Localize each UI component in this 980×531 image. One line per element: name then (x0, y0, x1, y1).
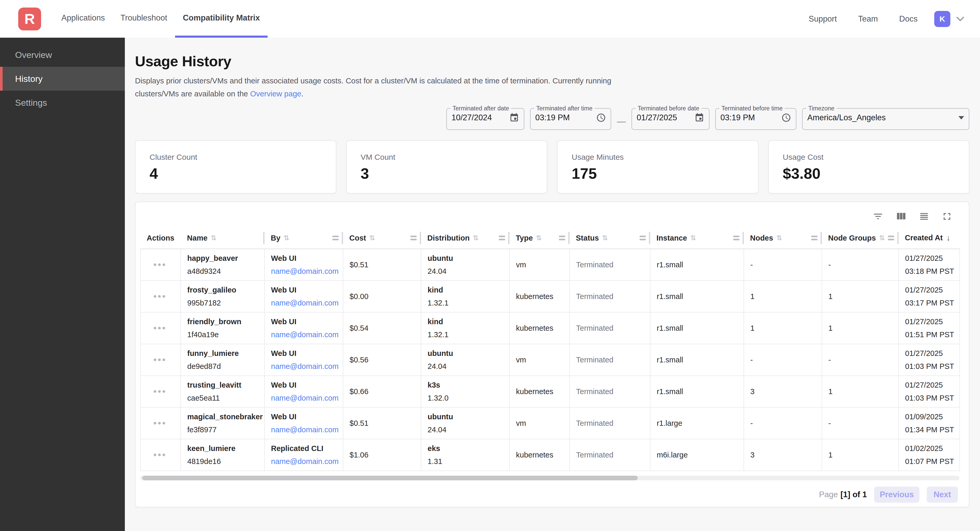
row-cost: $0.66 (350, 387, 418, 396)
row-created-time: 01:07 PM PST (905, 457, 957, 466)
cell-name: frosty_galileo995b7182 (181, 281, 264, 312)
columns-icon[interactable] (895, 211, 907, 222)
sidebar-item-settings[interactable]: Settings (0, 91, 125, 114)
terminated-after-time-label: Terminated after time (534, 108, 595, 109)
column-header-distribution[interactable]: Distribution⇅ (421, 227, 509, 249)
nav-tab-applications[interactable]: Applications (54, 0, 113, 38)
density-icon[interactable] (918, 211, 930, 222)
row-actions-menu-icon[interactable] (154, 358, 178, 361)
row-by-email-link[interactable]: name@domain.com (271, 457, 339, 466)
column-header-instance[interactable]: Instance⇅ (650, 227, 744, 249)
column-header-status[interactable]: Status⇅ (570, 227, 650, 249)
sort-icon[interactable]: ⇅ (536, 234, 542, 242)
horizontal-scrollbar[interactable] (140, 476, 959, 480)
row-by-email-link[interactable]: name@domain.com (271, 362, 339, 371)
sidebar-item-overview[interactable]: Overview (0, 43, 125, 67)
dropdown-arrow-icon[interactable] (958, 116, 964, 119)
column-menu-icon[interactable] (410, 236, 417, 240)
timezone-select[interactable]: Timezone America/Los_Angeles (802, 108, 969, 130)
column-menu-icon[interactable] (733, 236, 740, 240)
column-header-name[interactable]: Name⇅ (181, 227, 264, 249)
sort-icon[interactable]: ⇅ (369, 234, 375, 242)
column-menu-icon[interactable] (332, 236, 339, 240)
sort-icon[interactable]: ⇅ (776, 234, 782, 242)
cell-created-at: 01/09/202501:34 PM PST (899, 407, 960, 439)
row-by-email-link[interactable]: name@domain.com (271, 426, 339, 434)
column-menu-icon[interactable] (499, 236, 505, 240)
calendar-icon[interactable] (694, 113, 704, 123)
nav-link-docs[interactable]: Docs (899, 14, 918, 24)
calendar-icon[interactable] (509, 113, 519, 123)
terminated-after-date-field[interactable]: Terminated after date 10/27/2024 (446, 108, 524, 130)
sort-icon[interactable]: ⇅ (879, 234, 885, 242)
brand-logo[interactable]: R (18, 8, 41, 30)
column-menu-icon[interactable] (640, 236, 646, 240)
overview-page-link[interactable]: Overview page (250, 89, 301, 98)
cell-status: Terminated (570, 344, 650, 376)
column-header-created-at[interactable]: Created At↓ (899, 227, 960, 249)
filter-icon[interactable] (873, 211, 883, 222)
cell-name: funny_lumierede9ed87d (181, 344, 264, 376)
row-actions-menu-icon[interactable] (154, 422, 178, 425)
row-actions-menu-icon[interactable] (154, 327, 178, 330)
nav-link-team[interactable]: Team (858, 14, 878, 24)
clock-icon[interactable] (781, 113, 791, 123)
nav-tab-compatibility-matrix[interactable]: Compatibility Matrix (175, 0, 267, 38)
row-by-email-link[interactable]: name@domain.com (271, 394, 339, 402)
cell-node-groups: 1 (822, 376, 899, 407)
sort-icon[interactable]: ⇅ (690, 234, 696, 242)
fullscreen-icon[interactable] (941, 211, 953, 222)
row-by-email-link[interactable]: name@domain.com (271, 330, 339, 339)
column-menu-icon[interactable] (888, 236, 894, 240)
cell-status: Terminated (570, 312, 650, 344)
sort-icon[interactable]: ⇅ (473, 234, 479, 242)
row-actions-menu-icon[interactable] (154, 295, 178, 298)
sort-desc-icon[interactable]: ↓ (947, 233, 951, 243)
terminated-after-time-field[interactable]: Terminated after time 03:19 PM (530, 108, 611, 130)
scrollbar-thumb[interactable] (142, 476, 638, 480)
nav-link-support[interactable]: Support (808, 14, 837, 24)
column-header-nodes[interactable]: Nodes⇅ (744, 227, 822, 249)
row-cost: $1.06 (350, 450, 418, 460)
sort-icon[interactable]: ⇅ (602, 234, 608, 242)
terminated-before-date-field[interactable]: Terminated before date 01/27/2025 (632, 108, 710, 130)
row-distribution-version: 24.04 (428, 266, 507, 276)
table-toolbar (140, 202, 964, 227)
next-page-button[interactable]: Next (927, 487, 958, 503)
terminated-before-time-field[interactable]: Terminated before time 03:19 PM (715, 108, 796, 130)
sidebar-item-history[interactable]: History (0, 67, 125, 91)
row-actions-menu-icon[interactable] (154, 390, 178, 393)
row-actions-menu-icon[interactable] (154, 453, 178, 456)
chevron-down-icon[interactable] (956, 16, 965, 22)
sort-icon[interactable]: ⇅ (211, 234, 216, 242)
column-header-cost[interactable]: Cost⇅ (343, 227, 421, 249)
row-name: frosty_galileo (187, 285, 262, 295)
column-header-node-groups[interactable]: Node Groups⇅ (822, 227, 899, 249)
cell-nodes: - (744, 344, 822, 376)
previous-page-button[interactable]: Previous (874, 487, 920, 503)
row-by-email-link[interactable]: name@domain.com (271, 267, 339, 275)
row-status: Terminated (576, 418, 648, 428)
column-header-by[interactable]: By⇅ (264, 227, 343, 249)
column-header-type[interactable]: Type⇅ (509, 227, 570, 249)
sort-icon[interactable]: ⇅ (283, 234, 290, 242)
nav-tab-troubleshoot[interactable]: Troubleshoot (113, 0, 175, 38)
row-by-email-link[interactable]: name@domain.com (271, 299, 339, 307)
cell-created-at: 01/27/202501:03 PM PST (899, 376, 960, 407)
cell-name: keen_lumiere4819de16 (181, 439, 264, 471)
row-actions-menu-icon[interactable] (154, 263, 178, 266)
row-by-source: Replicated CLI (271, 444, 340, 453)
column-menu-icon[interactable] (559, 236, 565, 240)
user-avatar[interactable]: K (934, 11, 950, 27)
terminated-after-date-value: 10/27/2024 (452, 113, 492, 122)
row-created-date: 01/02/2025 (905, 444, 957, 453)
clock-icon[interactable] (596, 113, 606, 123)
row-type: vm (516, 355, 567, 365)
page-label: Page (819, 490, 838, 499)
column-menu-icon[interactable] (811, 236, 818, 240)
cell-nodes: 1 (744, 312, 822, 344)
row-instance: r1.small (657, 323, 741, 333)
cell-type: vm (509, 249, 570, 281)
cell-status: Terminated (570, 439, 650, 471)
stat-card-vm-count: VM Count 3 (346, 140, 547, 193)
